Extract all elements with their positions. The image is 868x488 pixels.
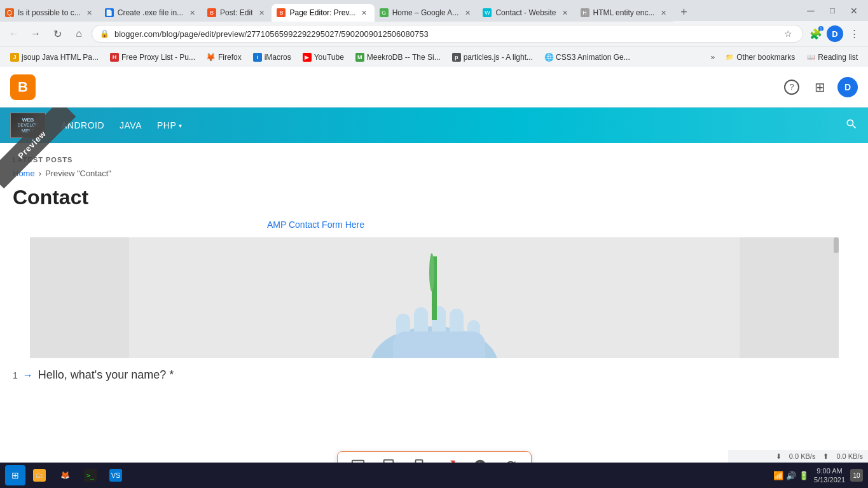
page-content: LATEST POSTS Home › Preview "Contact" Co…: [0, 143, 868, 358]
svg-rect-7: [393, 331, 485, 358]
bookmarks-more-button[interactable]: »: [707, 51, 719, 64]
browser-content: B ? ⊞ D Preview WEB: [0, 67, 868, 488]
bookmark-favicon-jsoup: J: [10, 53, 19, 62]
taskbar: ⊞ 🗂 🦊 >_ VS 📶 🔊 🔋 9:00 AM 5/13/2021 10: [0, 463, 868, 488]
user-profile-button[interactable]: D: [826, 25, 844, 43]
vscode-icon: VS: [109, 469, 122, 482]
tab-close-4[interactable]: ✕: [359, 8, 369, 18]
bookmark-firefox[interactable]: 🦊 Firefox: [202, 51, 247, 64]
bookmark-favicon-css3: 🌐: [544, 53, 553, 62]
profile-button[interactable]: D: [837, 77, 858, 97]
amp-contact-link[interactable]: AMP Contact Form Here: [267, 220, 855, 230]
tab-title-4: Page Editor: Prev...: [289, 8, 355, 17]
battery-icon: 🔋: [799, 471, 809, 480]
bookmark-label-imacros: iMacros: [265, 53, 291, 62]
nav-java[interactable]: JAVA: [120, 120, 142, 130]
bookmark-other[interactable]: 📁 Other bookmarks: [720, 51, 800, 64]
bookmark-label-particles: particles.js - A light...: [464, 53, 533, 62]
bookmark-label-youtube: YouTube: [314, 53, 344, 62]
tab-favicon-7: H: [581, 8, 589, 17]
blogger-logo[interactable]: B: [10, 74, 36, 100]
breadcrumb-home[interactable]: Home: [13, 169, 35, 178]
more-options-button[interactable]: ⋮: [845, 25, 863, 43]
maximize-button[interactable]: □: [823, 2, 841, 20]
forward-button[interactable]: →: [27, 25, 45, 43]
minimize-button[interactable]: ─: [802, 2, 820, 20]
tab-close-5[interactable]: ✕: [462, 8, 472, 18]
image-scrollbar[interactable]: [834, 237, 839, 358]
question-text: Hello, what's your name? *: [38, 368, 174, 382]
nav-php[interactable]: PHP: [157, 120, 176, 130]
site-logo: WEB DEVELOP MENT: [10, 113, 46, 138]
bookmark-other-label: Other bookmarks: [736, 53, 795, 62]
start-button[interactable]: ⊞: [5, 465, 25, 485]
contact-image: [30, 237, 839, 358]
taskbar-file-explorer[interactable]: 🗂: [28, 465, 51, 485]
question-number: 1: [13, 370, 18, 380]
network-icon: 📶: [773, 471, 783, 480]
extensions-button[interactable]: 🧩 1: [807, 25, 825, 43]
tab-5[interactable]: G Home – Google A... ✕: [375, 4, 478, 22]
bookmark-other-icon: 📁: [725, 53, 734, 62]
bookmark-particles[interactable]: p particles.js - A light...: [447, 51, 538, 64]
tab-strip: Q Is it possible to c... ✕ 📄 Create .exe…: [0, 0, 797, 21]
volume-icon: 🔊: [786, 471, 796, 480]
notification-badge[interactable]: 10: [850, 469, 863, 482]
help-button[interactable]: ?: [782, 77, 802, 97]
taskbar-terminal[interactable]: >_: [79, 465, 102, 485]
clock-date: 5/13/2021: [814, 475, 845, 484]
address-bar[interactable]: 🔒 blogger.com/blog/page/edit/preview/277…: [92, 25, 803, 43]
question-arrow-icon: →: [23, 370, 33, 381]
bookmark-css3[interactable]: 🌐 CSS3 Animation Ge...: [539, 51, 635, 64]
tab-2[interactable]: 📄 Create .exe file in... ✕: [100, 4, 202, 22]
tab-4[interactable]: B Page Editor: Prev... ✕: [272, 4, 374, 22]
help-icon: ?: [784, 80, 799, 95]
taskbar-firefox[interactable]: 🦊: [53, 465, 76, 485]
status-bar: ⬇ 0.0 KB/s ⬆ 0.0 KB/s: [728, 450, 868, 463]
tab-1[interactable]: Q Is it possible to c... ✕: [0, 4, 100, 22]
grid-apps-button[interactable]: ⊞: [809, 77, 830, 97]
home-button[interactable]: ⌂: [70, 25, 88, 43]
firefox-icon: 🦊: [59, 469, 71, 482]
tab-title-6: Contact - Website: [495, 8, 556, 17]
tab-title-5: Home – Google A...: [392, 8, 459, 17]
tab-7[interactable]: H HTML entity enc... ✕: [575, 4, 674, 22]
back-button[interactable]: ←: [5, 25, 23, 43]
bookmark-favicon-meekrodb: M: [355, 53, 364, 62]
close-button[interactable]: ✕: [845, 2, 863, 20]
bookmark-star-icon[interactable]: ☆: [781, 27, 795, 41]
php-dropdown-icon[interactable]: ▾: [179, 122, 183, 129]
taskbar-vscode[interactable]: VS: [104, 465, 127, 485]
bookmark-imacros[interactable]: i iMacros: [248, 51, 296, 64]
svg-point-9: [429, 253, 434, 291]
toolbar-icons: 🧩 1 D ⋮: [807, 25, 863, 43]
bookmark-reading-label: Reading list: [818, 53, 858, 62]
nav-php-container: PHP ▾: [157, 120, 183, 130]
tab-6[interactable]: W Contact - Website ✕: [478, 4, 575, 22]
bookmark-favicon-proxy: H: [110, 53, 119, 62]
upload-icon: ⬆: [823, 452, 829, 461]
tab-close-7[interactable]: ✕: [658, 8, 668, 18]
address-text: blogger.com/blog/page/edit/preview/27710…: [114, 29, 776, 39]
bookmark-reading[interactable]: 📖 Reading list: [801, 51, 863, 64]
bookmark-jsoup[interactable]: J jsoup Java HTML Pa...: [5, 51, 104, 64]
tab-close-2[interactable]: ✕: [187, 8, 197, 18]
download-speed: 0.0 KB/s: [789, 452, 816, 460]
download-icon: ⬇: [776, 452, 782, 461]
upload-speed: 0.0 KB/s: [836, 452, 863, 460]
grid-icon: ⊞: [815, 80, 825, 95]
nav-android[interactable]: ANDROID: [61, 120, 104, 130]
tab-close-1[interactable]: ✕: [85, 8, 95, 18]
search-button[interactable]: [845, 118, 858, 134]
bookmark-proxy[interactable]: H Free Proxy List - Pu...: [105, 51, 200, 64]
refresh-button[interactable]: ↻: [48, 25, 66, 43]
tab-close-3[interactable]: ✕: [256, 8, 266, 18]
tab-3[interactable]: B Post: Edit ✕: [202, 4, 272, 22]
bookmark-youtube[interactable]: ▶ YouTube: [298, 51, 349, 64]
tab-close-6[interactable]: ✕: [560, 8, 570, 18]
new-tab-button[interactable]: +: [675, 3, 692, 21]
site-logo-area: WEB DEVELOP MENT: [10, 113, 46, 138]
website-preview: Preview WEB DEVELOP MENT ANDROID JAVA PH…: [0, 108, 868, 488]
tab-favicon-2: 📄: [105, 8, 114, 17]
bookmark-meekrodb[interactable]: M MeekroDB -- The Si...: [350, 51, 446, 64]
